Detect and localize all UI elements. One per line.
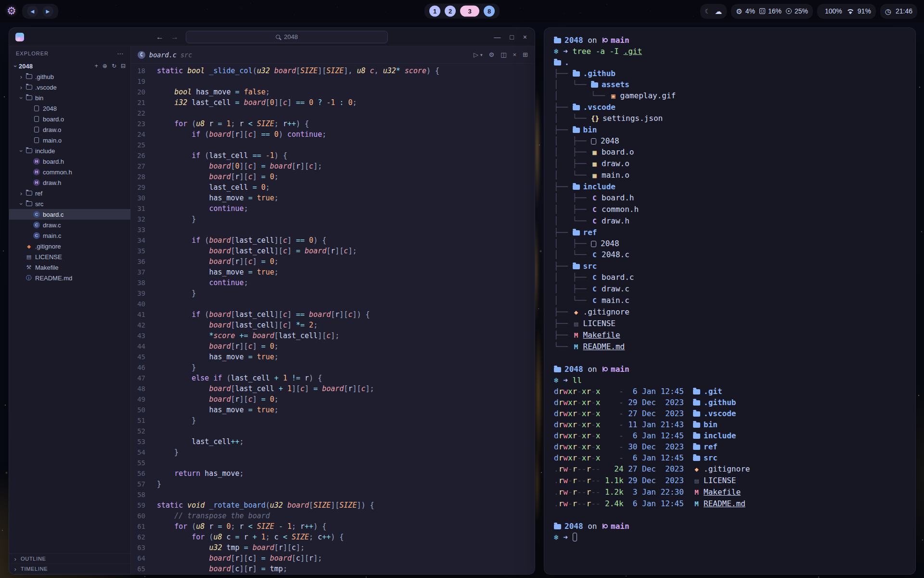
- explorer-item-include[interactable]: ›include: [9, 145, 130, 156]
- explorer-item-2048[interactable]: ›2048+⊕↻⊟: [9, 61, 130, 71]
- explorer-item-2048[interactable]: 2048: [9, 103, 130, 114]
- explorer-item-main.o[interactable]: main.o: [9, 135, 130, 145]
- terminal-window[interactable]: 2048 on main❄ ➜ tree -a -I .git.├── .git…: [544, 27, 916, 575]
- terminal-line-45: ❄ ➜: [554, 532, 906, 543]
- run-dropdown-icon[interactable]: ▾: [480, 53, 483, 57]
- volume-indicator: 100%: [822, 7, 842, 15]
- line-content: for (u8 c = r + 1; c < SIZE; c++) {: [157, 532, 344, 542]
- panel-outline[interactable]: ›OUTLINE: [9, 554, 130, 564]
- line-content: has_move = true;: [157, 405, 279, 415]
- line-content: *score += board[last_cell][c];: [157, 330, 339, 341]
- launcher-gear-icon[interactable]: ⚙: [7, 6, 16, 16]
- perm-char: w: [563, 453, 568, 462]
- layout-button[interactable]: ⊞: [523, 51, 528, 58]
- explorer-item-Makefile[interactable]: ⚒Makefile: [9, 262, 130, 273]
- nav-module: ◀▶: [22, 4, 58, 19]
- explorer-item-common.h[interactable]: Hcommon.h: [9, 167, 130, 177]
- explorer-item-board.o[interactable]: board.o: [9, 114, 130, 124]
- explorer-item-.vscode[interactable]: ›.vscode: [9, 82, 130, 92]
- line-number: 34: [131, 235, 145, 246]
- folder-icon: [25, 74, 33, 79]
- explorer-item-.github[interactable]: ›.github: [9, 71, 130, 82]
- terminal-line-35: drwxr-xr-x - 11 Jan 21:43 bin: [554, 419, 906, 430]
- code-line-58: 58: [131, 489, 535, 500]
- terminal-line-17: │ └── Cdraw.h: [554, 215, 906, 227]
- folder-icon: [693, 456, 700, 461]
- perm-char: r: [573, 409, 578, 418]
- prev-button[interactable]: ◀: [27, 6, 38, 17]
- maximize-button[interactable]: □: [510, 33, 513, 41]
- explorer-item-draw.h[interactable]: Hdraw.h: [9, 177, 130, 188]
- terminal-line-6: │ └── ▣gameplay.gif: [554, 90, 906, 102]
- perm-char: -: [577, 499, 582, 508]
- explorer-item-draw.c[interactable]: Cdraw.c: [9, 220, 130, 230]
- line-content: else if (last_cell + 1 != r) {: [157, 373, 322, 383]
- sidebar-panels: ›OUTLINE›TIMELINE: [9, 553, 130, 574]
- cloud-icon: ☁: [715, 8, 722, 15]
- close-editor-button[interactable]: ×: [513, 51, 517, 58]
- collapse-all-button[interactable]: ⊟: [121, 63, 126, 69]
- cpu-indicator-value: 4%: [745, 7, 755, 15]
- explorer-item-src[interactable]: ›src: [9, 198, 130, 209]
- run-button[interactable]: ▷: [474, 51, 478, 58]
- workspace-1[interactable]: 1: [429, 6, 440, 17]
- perm-char: r: [586, 442, 591, 451]
- line-content: board[r][c] = 0;: [157, 256, 279, 267]
- line-content: }: [157, 288, 196, 299]
- editor-actions: ▷▾⚙◫×⊞: [474, 51, 528, 58]
- workspace-3[interactable]: 3: [460, 6, 479, 17]
- back-button[interactable]: ←: [156, 33, 164, 41]
- explorer-item-draw.o[interactable]: draw.o: [9, 124, 130, 135]
- refresh-button[interactable]: ↻: [112, 63, 116, 69]
- new-folder-button[interactable]: ⊕: [103, 63, 107, 69]
- line-content: i32 last_cell = board[0][c] == 0 ? -1 : …: [157, 97, 357, 108]
- c-file-icon: C: [32, 232, 41, 239]
- next-button[interactable]: ▶: [42, 6, 53, 17]
- tab-board-c[interactable]: C board.c src: [131, 46, 199, 63]
- forward-button[interactable]: →: [171, 33, 179, 41]
- explorer-item-LICENSE[interactable]: ▤LICENSE: [9, 251, 130, 262]
- workspace-2[interactable]: 2: [445, 6, 456, 17]
- line-number: 18: [131, 66, 145, 76]
- chevron-icon: ›: [18, 190, 25, 197]
- explorer-item-README.md[interactable]: ⓘREADME.md: [9, 273, 130, 283]
- perm-char: x: [596, 387, 601, 396]
- command-center-search[interactable]: 2048: [186, 31, 388, 43]
- perm-char: d: [554, 409, 559, 418]
- perm-char: r: [559, 464, 564, 473]
- line-number: 59: [131, 500, 145, 511]
- vscode-titlebar[interactable]: ← → 2048 —□×: [9, 28, 535, 46]
- explorer-item-bin[interactable]: ›bin: [9, 92, 130, 103]
- split-editor-button[interactable]: ◫: [500, 51, 506, 58]
- terminal-line-39: .rw-r--r-- 24 27 Dec 2023 ◆.gitignore: [554, 463, 906, 475]
- perm-char: w: [563, 398, 568, 407]
- close-button[interactable]: ×: [523, 33, 527, 41]
- file-icon: [591, 241, 596, 247]
- explorer-item-board.h[interactable]: Hboard.h: [9, 156, 130, 167]
- new-file-button[interactable]: +: [95, 63, 98, 69]
- line-content: board[last_cell][c] = board[r][c];: [157, 246, 357, 256]
- line-content: for (u8 r = 0; r < SIZE - 1; r++) {: [157, 521, 326, 532]
- workspace-8[interactable]: 8: [484, 6, 495, 17]
- folder-icon: [25, 191, 33, 196]
- terminal-line-29: [554, 353, 906, 364]
- terminal-line-27: ├── MMakefile: [554, 329, 906, 341]
- explorer-item-ref[interactable]: ›ref: [9, 188, 130, 198]
- line-number: 64: [131, 553, 145, 564]
- code-line-44: 44 board[r][c] = 0;: [131, 341, 535, 352]
- panel-timeline[interactable]: ›TIMELINE: [9, 564, 130, 574]
- more-actions-icon[interactable]: ⋯: [117, 50, 124, 57]
- settings-icon[interactable]: ⚙: [489, 51, 495, 58]
- terminal-line-11: │ ├── ▦board.o: [554, 146, 906, 158]
- explorer-item-main.c[interactable]: Cmain.c: [9, 230, 130, 241]
- explorer-item-.gitignore[interactable]: ◆.gitignore: [9, 241, 130, 251]
- explorer-item-board.c[interactable]: Cboard.c: [9, 209, 130, 220]
- perm-char: -: [596, 499, 601, 508]
- gitignore-icon: ◆: [25, 244, 33, 249]
- line-number: 24: [131, 129, 145, 140]
- minimize-button[interactable]: —: [494, 33, 500, 41]
- editor-code[interactable]: 18static bool _slide_col(u32 board[SIZE]…: [131, 64, 535, 574]
- code-line-49: 49 board[r][c] = 0;: [131, 394, 535, 405]
- chevron-icon: ›: [18, 84, 25, 91]
- line-content: board[r][c] = 0;: [157, 394, 279, 405]
